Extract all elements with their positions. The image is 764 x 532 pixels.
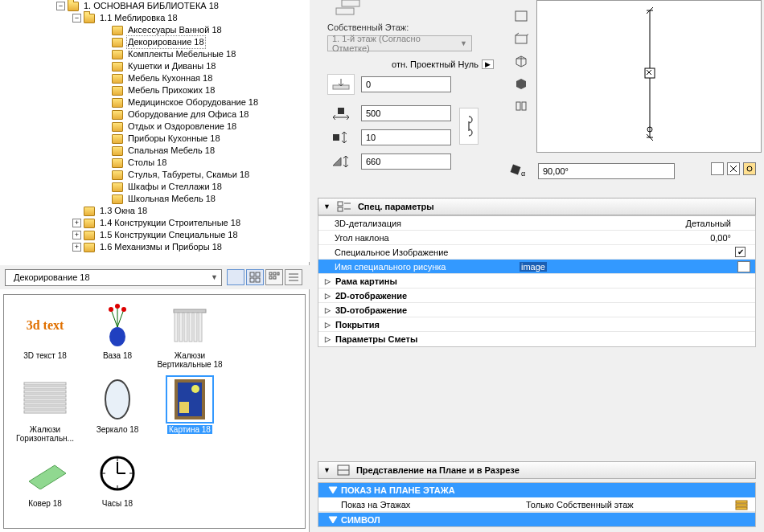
thumb-vase[interactable]: Ваза 18 bbox=[83, 301, 152, 369]
checkbox-checked-icon[interactable]: ✔ bbox=[735, 247, 746, 257]
view-3d-icon[interactable] bbox=[512, 53, 530, 69]
tree-node-root[interactable]: 1. ОСНОВНАЯ БИБЛИОТЕКА 18 bbox=[82, 0, 220, 12]
tree-item[interactable]: Кушетки и Диваны 18 bbox=[126, 60, 217, 72]
plan-row[interactable]: Показ на Этажах Только Собственный этаж bbox=[318, 497, 755, 512]
tree-item[interactable]: Комплекты Мебельные 18 bbox=[126, 48, 237, 60]
anchor-diagram-icon bbox=[334, 0, 363, 16]
param-group[interactable]: ▷Параметры Сметы bbox=[318, 332, 755, 346]
view-2d-icon[interactable] bbox=[512, 8, 530, 24]
section-plan[interactable]: ▼ Представление на Плане и в Разрезе bbox=[318, 461, 756, 479]
preview-2d bbox=[536, 0, 762, 153]
view-front-icon[interactable] bbox=[512, 31, 530, 47]
left-panel: −1. ОСНОВНАЯ БИБЛИОТЕКА 18 −1.1 Меблиров… bbox=[0, 0, 310, 532]
svg-rect-24 bbox=[194, 313, 197, 342]
param-row[interactable]: 3D-детализацияДетальный bbox=[318, 216, 755, 231]
tree-item[interactable]: Медицинское Оборудование 18 bbox=[126, 96, 260, 108]
tree-node-1-6[interactable]: 1.6 Механизмы и Приборы 18 bbox=[98, 241, 224, 253]
tree-item[interactable]: Спальная Мебель 18 bbox=[126, 145, 216, 157]
param-group[interactable]: ▷3D-отображение bbox=[318, 303, 755, 317]
tree-item-selected[interactable]: Декорирование 18 bbox=[126, 35, 206, 49]
view-up-button[interactable] bbox=[227, 269, 244, 285]
thumb-carpet[interactable]: Ковер 18 bbox=[10, 449, 80, 508]
tree-item[interactable]: Аксессуары Ванной 18 bbox=[126, 24, 224, 36]
width-input[interactable]: 500 bbox=[361, 105, 451, 121]
plan-group-header[interactable]: СИМВОЛ bbox=[318, 512, 755, 526]
tree-node-1-5[interactable]: 1.5 Конструкции Специальные 18 bbox=[98, 229, 240, 241]
tree-node-1-1[interactable]: 1.1 Меблировка 18 bbox=[98, 12, 179, 24]
triangle-right-icon: ▷ bbox=[325, 292, 331, 300]
triangle-down-icon bbox=[328, 486, 338, 494]
expand-icon[interactable]: + bbox=[72, 231, 81, 239]
plan-group-header[interactable]: ПОКАЗ НА ПЛАНЕ ЭТАЖА bbox=[318, 483, 755, 497]
tree-item[interactable]: Школьная Мебель 18 bbox=[126, 193, 217, 205]
svg-rect-37 bbox=[179, 402, 189, 413]
depth-input[interactable]: 10 bbox=[361, 129, 451, 145]
thumb-picture-selected[interactable]: Картина 18 bbox=[155, 375, 224, 443]
tree-item[interactable]: Мебель Кухонная 18 bbox=[126, 72, 214, 84]
param-row-selected[interactable]: Имя специального рисунка image ▶ bbox=[318, 260, 755, 274]
elevation-input[interactable]: 0 bbox=[361, 76, 451, 92]
rotation-input[interactable]: 90,00° bbox=[538, 163, 675, 179]
height-input[interactable]: 660 bbox=[361, 153, 451, 170]
svg-rect-31 bbox=[24, 403, 66, 405]
svg-rect-20 bbox=[175, 313, 178, 342]
expand-icon[interactable]: + bbox=[72, 243, 81, 252]
collapse-icon[interactable]: − bbox=[56, 2, 65, 10]
view-list-button[interactable] bbox=[285, 269, 302, 285]
folder-icon bbox=[112, 74, 123, 84]
chevron-right-icon[interactable]: ▶ bbox=[482, 59, 494, 69]
folder-icon bbox=[112, 122, 123, 132]
tree-node-1-3[interactable]: 1.3 Окна 18 bbox=[98, 205, 149, 217]
view-large-icons-button[interactable] bbox=[246, 269, 264, 285]
link-dimensions-toggle[interactable] bbox=[459, 108, 479, 145]
tree-item[interactable]: Мебель Прихожих 18 bbox=[126, 84, 216, 96]
tree-item[interactable]: Шкафы и Стеллажи 18 bbox=[126, 181, 224, 193]
thumb-label: Жалюзи Вертикальные 18 bbox=[156, 351, 224, 369]
anchor-toggle[interactable] bbox=[743, 162, 756, 175]
param-group[interactable]: ▷Покрытия bbox=[318, 317, 755, 332]
tree-item[interactable]: Приборы Кухонные 18 bbox=[126, 133, 222, 145]
tree-item[interactable]: Столы 18 bbox=[126, 157, 168, 169]
tree-item[interactable]: Стулья, Табуреты, Скамьи 18 bbox=[126, 169, 251, 181]
mirror-y-toggle[interactable] bbox=[727, 162, 740, 175]
thumb-label: Картина 18 bbox=[167, 425, 212, 434]
param-group[interactable]: ▷2D-отображение bbox=[318, 289, 755, 303]
right-panel: Собственный Этаж: 1. 1-й этаж (Согласно … bbox=[310, 0, 764, 532]
story-icon[interactable] bbox=[734, 499, 750, 510]
view-section-icon[interactable] bbox=[512, 76, 530, 92]
expand-icon[interactable]: + bbox=[72, 219, 81, 227]
folder-icon bbox=[112, 26, 123, 35]
folder-icon bbox=[112, 110, 123, 120]
mirror-x-toggle[interactable] bbox=[711, 162, 724, 175]
tree-node-1-4[interactable]: 1.4 Конструкции Строительные 18 bbox=[98, 217, 242, 229]
view-small-icons-button[interactable] bbox=[265, 269, 283, 285]
view-elevation-icon[interactable] bbox=[512, 98, 530, 114]
svg-rect-26 bbox=[24, 383, 66, 385]
floor-combo-disabled: 1. 1-й этаж (Согласно Отметке) ▼ bbox=[327, 35, 472, 51]
plan-section-icon bbox=[337, 464, 350, 476]
collapse-icon[interactable]: − bbox=[72, 14, 81, 23]
folder-icon bbox=[84, 14, 95, 23]
folder-icon bbox=[112, 50, 123, 59]
thumb-3dtext[interactable]: 3d text 3D текст 18 bbox=[10, 301, 80, 369]
width-icon bbox=[327, 103, 355, 124]
tree-item[interactable]: Отдых и Оздоровление 18 bbox=[126, 121, 238, 133]
library-tree[interactable]: −1. ОСНОВНАЯ БИБЛИОТЕКА 18 −1.1 Меблиров… bbox=[0, 0, 310, 262]
section-spec-params[interactable]: ▼ Спец. параметры bbox=[318, 198, 756, 215]
thumb-clock[interactable]: Часы 18 bbox=[83, 449, 152, 508]
thumb-blinds-horiz[interactable]: Жалюзи Горизонтальн... bbox=[10, 375, 80, 443]
folder-icon bbox=[112, 38, 123, 47]
param-group[interactable]: ▷Рама картины bbox=[318, 274, 755, 289]
chevron-down-icon: ▼ bbox=[460, 39, 467, 47]
folder-icon bbox=[112, 62, 123, 72]
tree-item[interactable]: Оборудование для Офиса 18 bbox=[126, 108, 250, 121]
thumb-mirror[interactable]: Зеркало 18 bbox=[83, 375, 152, 443]
thumb-blinds-vert[interactable]: Жалюзи Вертикальные 18 bbox=[155, 301, 224, 369]
param-row[interactable]: Специальное Изображение ✔ bbox=[318, 245, 755, 260]
param-value-flyout-button[interactable]: ▶ bbox=[737, 261, 750, 272]
param-row[interactable]: Угол наклона0,00° bbox=[318, 231, 755, 245]
folder-icon bbox=[112, 158, 123, 168]
svg-rect-28 bbox=[24, 391, 66, 393]
folder-icon bbox=[84, 207, 95, 216]
library-folder-combo[interactable]: Декорирование 18 ▼ bbox=[5, 269, 222, 286]
